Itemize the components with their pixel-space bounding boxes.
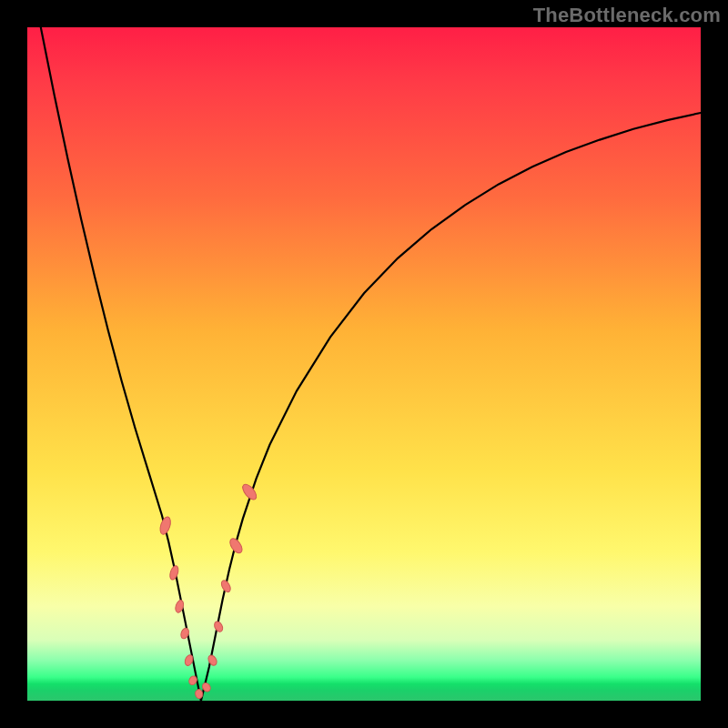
marker-1 <box>168 565 180 581</box>
marker-8 <box>207 653 218 666</box>
marker-11 <box>228 537 245 555</box>
marker-6 <box>195 689 204 699</box>
chart-svg <box>27 27 701 701</box>
chart-frame: TheBottleneck.com <box>0 0 728 728</box>
marker-9 <box>213 620 225 632</box>
series-group <box>41 27 701 701</box>
watermark-label: TheBottleneck.com <box>533 4 721 27</box>
series-right-branch <box>201 113 701 701</box>
plot-area <box>27 27 701 701</box>
marker-0 <box>158 516 173 536</box>
marker-10 <box>219 579 232 593</box>
series-left-branch <box>41 27 201 701</box>
